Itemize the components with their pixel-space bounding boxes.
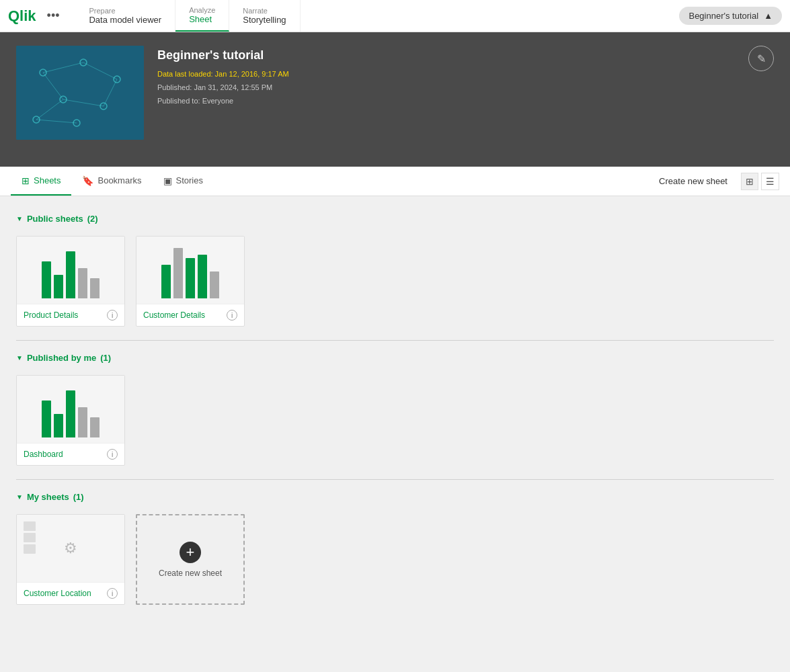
bar3	[66, 390, 75, 437]
bar1	[161, 265, 171, 298]
nav-analyze-label: Analyze	[189, 6, 215, 14]
bookmarks-icon: 🔖	[82, 175, 93, 186]
nav-analyze-value: Sheet	[189, 14, 215, 24]
dashboard-footer: Dashboard i	[17, 443, 124, 465]
list-view-button[interactable]: ☰	[761, 173, 779, 190]
breadcrumb-chevron: ▲	[764, 11, 773, 21]
section-published-by-me: ▼ Published by me (1) Dashboard i	[16, 346, 774, 480]
bar3	[186, 258, 195, 298]
published-by-me-cards: Dashboard i	[16, 370, 774, 476]
product-details-info-icon[interactable]: i	[107, 310, 118, 321]
gear-icon: ⚙	[64, 540, 77, 557]
divider-2	[16, 479, 774, 480]
tab-bookmarks[interactable]: 🔖 Bookmarks	[71, 167, 152, 196]
dashboard-info-icon[interactable]: i	[107, 449, 118, 460]
app-title: Beginner's tutorial	[157, 48, 289, 62]
tabs-actions: Create new sheet ⊞ ☰	[654, 173, 779, 190]
mini-arrow-2	[24, 533, 36, 542]
app-thumbnail	[16, 46, 144, 140]
my-sheets-count: (1)	[73, 492, 84, 502]
nav-narrate-label: Narrate	[243, 7, 286, 15]
sheet-card-customer-location[interactable]: ⚙ Customer Location i	[16, 514, 125, 605]
section-my-sheets: ▼ My sheets (1) ⚙ Customer Location i	[16, 485, 774, 616]
public-sheets-label: Public sheets	[27, 214, 83, 224]
create-plus-icon: +	[180, 542, 201, 563]
edit-icon: ✎	[757, 52, 766, 65]
logo-text: Qlik	[8, 7, 36, 25]
dashboard-preview	[17, 376, 124, 443]
published-by-me-count: (1)	[100, 353, 111, 363]
mini-arrows	[24, 521, 36, 554]
customer-location-footer: Customer Location i	[17, 582, 124, 604]
edit-button[interactable]: ✎	[748, 46, 774, 71]
bar5	[90, 417, 100, 437]
sheet-card-customer-details[interactable]: Customer Details i	[136, 236, 245, 327]
app-info: Beginner's tutorial Data last loaded: Ja…	[157, 46, 289, 108]
published-by-me-header[interactable]: ▼ Published by me (1)	[16, 346, 774, 370]
main-content: ▼ Public sheets (2) Product Details i	[0, 196, 790, 632]
grid-view-button[interactable]: ⊞	[741, 173, 758, 190]
bar3	[66, 251, 75, 298]
bar4	[78, 268, 87, 298]
qlik-logo[interactable]: Qlik	[8, 7, 36, 25]
customer-details-footer: Customer Details i	[136, 304, 244, 326]
product-details-name: Product Details	[24, 310, 107, 320]
nav-narrate[interactable]: Narrate Storytelling	[229, 0, 300, 32]
bar1	[42, 401, 51, 437]
create-new-sheet-button-top[interactable]: Create new sheet	[654, 173, 733, 189]
customer-location-name: Customer Location	[24, 589, 107, 598]
bar2	[54, 275, 63, 298]
dashboard-name: Dashboard	[24, 450, 107, 459]
bar1	[42, 261, 51, 298]
published-to-label: Published to: Everyone	[157, 97, 233, 105]
sheet-card-product-details[interactable]: Product Details i	[16, 236, 125, 327]
customer-details-info-icon[interactable]: i	[227, 310, 237, 321]
nav-analyze[interactable]: Analyze Sheet	[175, 0, 229, 32]
svg-rect-0	[16, 46, 144, 140]
sheet-card-dashboard[interactable]: Dashboard i	[16, 375, 125, 466]
bar4	[78, 407, 87, 437]
list-icon: ☰	[766, 176, 775, 187]
tab-bookmarks-label: Bookmarks	[97, 175, 141, 185]
customer-location-preview: ⚙	[17, 515, 124, 582]
tab-stories[interactable]: ▣ Stories	[153, 167, 214, 196]
nav-prepare[interactable]: Prepare Data model viewer	[75, 0, 175, 32]
nav-prepare-value: Data model viewer	[89, 15, 161, 25]
published-label: Published: Jan 31, 2024, 12:55 PM	[157, 83, 272, 91]
top-nav: Qlik ••• Prepare Data model viewer Analy…	[0, 0, 790, 32]
divider-1	[16, 340, 774, 341]
sheets-icon: ⊞	[22, 175, 30, 186]
bar2	[54, 414, 63, 437]
mini-arrow-1	[24, 521, 36, 531]
my-sheets-arrow: ▼	[16, 493, 23, 501]
create-new-sheet-card[interactable]: + Create new sheet	[136, 514, 245, 605]
my-sheets-header[interactable]: ▼ My sheets (1)	[16, 485, 774, 509]
my-sheets-label: My sheets	[27, 492, 69, 502]
public-sheets-header[interactable]: ▼ Public sheets (2)	[16, 207, 774, 230]
tabs-bar: ⊞ Sheets 🔖 Bookmarks ▣ Stories Create ne…	[0, 167, 790, 196]
nav-dots[interactable]: •••	[47, 9, 60, 23]
bar5	[210, 271, 219, 298]
customer-details-name: Customer Details	[143, 310, 227, 320]
grid-icon: ⊞	[746, 176, 754, 187]
public-sheets-cards: Product Details i Customer Details i	[16, 230, 774, 337]
public-sheets-count: (2)	[87, 214, 98, 224]
tab-sheets[interactable]: ⊞ Sheets	[11, 167, 71, 196]
app-header: Beginner's tutorial Data last loaded: Ja…	[0, 32, 790, 167]
public-sheets-arrow: ▼	[16, 215, 23, 222]
breadcrumb-text: Beginner's tutorial	[688, 11, 758, 21]
customer-location-info-icon[interactable]: i	[107, 588, 118, 599]
bar2	[173, 248, 183, 298]
mini-arrow-3	[24, 544, 36, 554]
nav-prepare-label: Prepare	[89, 7, 161, 15]
product-details-preview	[17, 237, 124, 304]
customer-details-preview	[136, 237, 244, 304]
breadcrumb-pill[interactable]: Beginner's tutorial ▲	[679, 7, 782, 25]
data-loaded-label: Data last loaded: Jan 12, 2016, 9:17 AM	[157, 70, 289, 78]
view-toggle: ⊞ ☰	[741, 173, 779, 190]
create-new-sheet-label: Create new sheet	[159, 569, 222, 578]
product-details-footer: Product Details i	[17, 304, 124, 326]
stories-icon: ▣	[163, 175, 172, 186]
section-public-sheets: ▼ Public sheets (2) Product Details i	[16, 207, 774, 341]
tab-stories-label: Stories	[176, 175, 203, 185]
